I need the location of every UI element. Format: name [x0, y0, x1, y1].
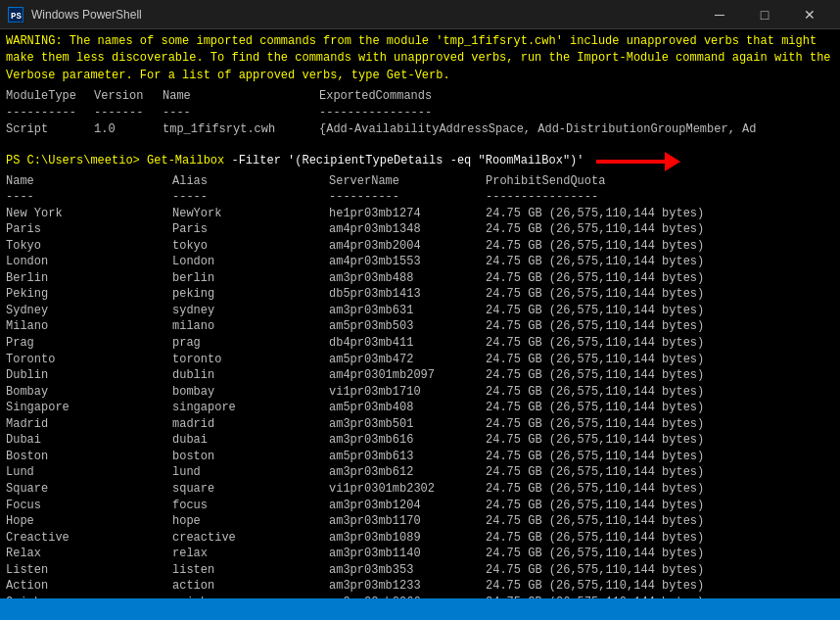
- module-name-val: tmp_1fifsryt.cwh: [163, 121, 319, 138]
- close-button[interactable]: ✕: [787, 0, 832, 29]
- arrow-head: [665, 152, 680, 171]
- table-cell: Peking: [6, 286, 172, 303]
- table-cell: am3pr03mb353: [329, 562, 486, 579]
- table-cell: quick: [172, 595, 329, 598]
- table-cell: London: [6, 254, 172, 270]
- module-exp-val: {Add-AvailabilityAddressSpace, Add-Distr…: [319, 121, 834, 138]
- table-cell: am3pr03mb1089: [329, 530, 486, 547]
- table-cell: am4pr03mb1553: [329, 254, 486, 270]
- div-name: ----: [6, 189, 172, 206]
- table-cell: am3pr03mb616: [329, 432, 486, 449]
- table-cell: 24.75 GB (26,575,110,144 bytes): [486, 335, 834, 352]
- col-quota-hdr: ProhibitSendQuota: [486, 173, 834, 190]
- table-row: Bostonbostonam5pr03mb61324.75 GB (26,575…: [6, 449, 834, 465]
- table-cell: 24.75 GB (26,575,110,144 bytes): [486, 286, 834, 303]
- table-row: New YorkNewYorkhe1pr03mb127424.75 GB (26…: [6, 206, 834, 222]
- table-cell: am5pr03mb613: [329, 449, 486, 465]
- module-data-row: Script 1.0 tmp_1fifsryt.cwh {Add-Availab…: [6, 121, 834, 138]
- table-cell: bombay: [172, 384, 329, 401]
- table-row: Torontotorontoam5pr03mb47224.75 GB (26,5…: [6, 352, 834, 368]
- warning-line1: WARNING: The names of some imported comm…: [6, 33, 834, 50]
- minimize-button[interactable]: ─: [697, 0, 742, 29]
- table-cell: 24.75 GB (26,575,110,144 bytes): [486, 530, 834, 547]
- table-cell: Toronto: [6, 352, 172, 368]
- table-cell: am3pr03mb501: [329, 416, 486, 433]
- results-table: Name Alias ServerName ProhibitSendQuota …: [6, 173, 834, 598]
- svg-text:PS: PS: [11, 12, 22, 22]
- table-cell: peking: [172, 286, 329, 303]
- module-div3: ----: [163, 105, 319, 121]
- table-cell: Paris: [6, 221, 172, 238]
- table-cell: Listen: [6, 562, 172, 579]
- table-cell: am3pr03mb1140: [329, 546, 486, 562]
- table-cell: am5pr03mb472: [329, 352, 486, 368]
- table-row: Dublindublinam4pr0301mb209724.75 GB (26,…: [6, 367, 834, 384]
- table-row: Tokyotokyoam4pr03mb200424.75 GB (26,575,…: [6, 238, 834, 255]
- table-cell: Focus: [6, 498, 172, 514]
- table-cell: 24.75 GB (26,575,110,144 bytes): [486, 303, 834, 319]
- table-cell: am3pr03mb1233: [329, 578, 486, 595]
- table-cell: toronto: [172, 352, 329, 368]
- table-cell: vi1pr03mb1710: [329, 384, 486, 401]
- table-row: Pekingpekingdb5pr03mb141324.75 GB (26,57…: [6, 286, 834, 303]
- table-cell: am3pr03mb1204: [329, 498, 486, 514]
- table-cell: square: [172, 481, 329, 498]
- table-cell: Sydney: [6, 303, 172, 319]
- table-cell: am4pr03mb2004: [329, 238, 486, 255]
- table-cell: 24.75 GB (26,575,110,144 bytes): [486, 352, 834, 368]
- warning-text: WARNING: The names of some imported comm…: [6, 33, 834, 84]
- col-name-header: Name: [163, 88, 319, 105]
- table-cell: Relax: [6, 546, 172, 562]
- results-header: Name Alias ServerName ProhibitSendQuota: [6, 173, 834, 190]
- table-row: Hopehopeam3pr03mb117024.75 GB (26,575,11…: [6, 513, 834, 530]
- table-cell: lund: [172, 464, 329, 481]
- table-row: Actionactionam3pr03mb123324.75 GB (26,57…: [6, 578, 834, 595]
- table-cell: sydney: [172, 303, 329, 319]
- table-cell: tokyo: [172, 238, 329, 255]
- table-cell: he1pr03mb1274: [329, 206, 486, 222]
- table-row: Creactivecreactiveam3pr03mb108924.75 GB …: [6, 530, 834, 547]
- table-cell: 24.75 GB (26,575,110,144 bytes): [486, 464, 834, 481]
- table-cell: Creactive: [6, 530, 172, 547]
- table-cell: Milano: [6, 318, 172, 335]
- table-cell: vi1pr0301mb2302: [329, 481, 486, 498]
- table-cell: am4pr0301mb2097: [329, 367, 486, 384]
- table-cell: am3pr03mb488: [329, 270, 486, 287]
- table-cell: 24.75 GB (26,575,110,144 bytes): [486, 206, 834, 222]
- table-cell: Square: [6, 481, 172, 498]
- table-cell: am3pr03mb0966: [329, 595, 486, 598]
- prompt-command: Get-Mailbox: [140, 153, 224, 169]
- table-cell: am5pr03mb503: [329, 318, 486, 335]
- red-arrow: [596, 152, 680, 171]
- table-row: Bombaybombayvi1pr03mb171024.75 GB (26,57…: [6, 384, 834, 401]
- module-div1: ----------: [6, 105, 94, 121]
- table-cell: 24.75 GB (26,575,110,144 bytes): [486, 318, 834, 335]
- warning-line2: make them less discoverable. To find the…: [6, 50, 834, 67]
- table-cell: 24.75 GB (26,575,110,144 bytes): [486, 449, 834, 465]
- table-cell: 24.75 GB (26,575,110,144 bytes): [486, 562, 834, 579]
- col-version-header: Version: [94, 88, 163, 105]
- table-cell: Madrid: [6, 416, 172, 433]
- div-alias: -----: [172, 189, 329, 206]
- maximize-button[interactable]: □: [742, 0, 787, 29]
- table-cell: Lund: [6, 464, 172, 481]
- table-cell: boston: [172, 449, 329, 465]
- table-cell: relax: [172, 546, 329, 562]
- terminal-area[interactable]: WARNING: The names of some imported comm…: [0, 29, 840, 598]
- table-cell: am3pr03mb631: [329, 303, 486, 319]
- table-cell: Tokyo: [6, 238, 172, 255]
- table-row: Madridmadridam3pr03mb50124.75 GB (26,575…: [6, 416, 834, 433]
- results-rows: New YorkNewYorkhe1pr03mb127424.75 GB (26…: [6, 206, 834, 598]
- table-cell: 24.75 GB (26,575,110,144 bytes): [486, 270, 834, 287]
- table-row: Dubaidubaiam3pr03mb61624.75 GB (26,575,1…: [6, 432, 834, 449]
- table-cell: Boston: [6, 449, 172, 465]
- command-prompt-line: PS C:\Users\meetio> Get-Mailbox -Filter …: [6, 152, 834, 171]
- table-cell: Dublin: [6, 367, 172, 384]
- table-cell: hope: [172, 513, 329, 530]
- table-cell: dublin: [172, 367, 329, 384]
- module-type-val: Script: [6, 121, 94, 138]
- table-cell: am5pr03mb408: [329, 400, 486, 416]
- table-cell: 24.75 GB (26,575,110,144 bytes): [486, 498, 834, 514]
- module-divider-row: ---------- ------- ---- ----------------: [6, 105, 834, 121]
- table-cell: singapore: [172, 400, 329, 416]
